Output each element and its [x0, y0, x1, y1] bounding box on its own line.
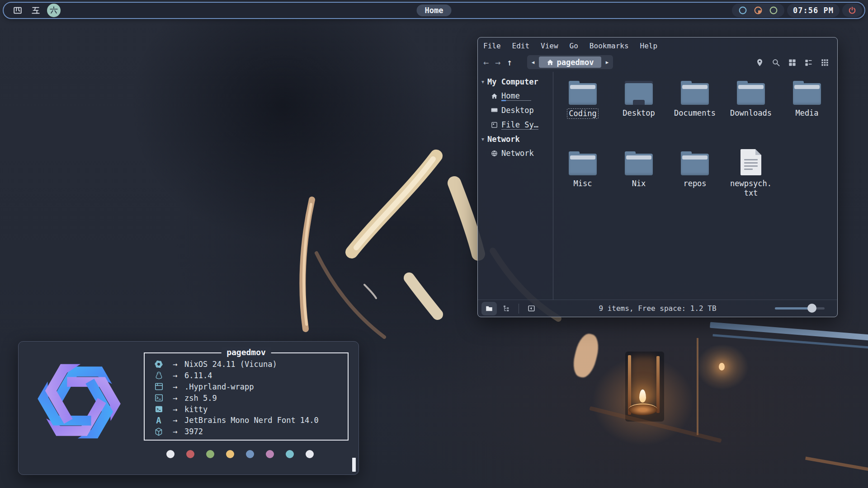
hanzi-four-icon — [13, 5, 23, 15]
arrow: → — [165, 360, 184, 369]
sidebar-section-network[interactable]: ▾ Network — [478, 132, 553, 146]
menu-go[interactable]: Go — [570, 42, 578, 50]
shell-value: zsh 5.9 — [184, 394, 217, 403]
power-button[interactable] — [842, 4, 862, 17]
file-label: Media — [795, 108, 818, 118]
location-pin-icon[interactable] — [755, 58, 764, 67]
fastfetch-title: pagedmov — [221, 347, 271, 357]
list-view-icon[interactable] — [804, 58, 813, 67]
sidebar-item-desktop[interactable]: Desktop — [478, 103, 553, 117]
package-icon — [155, 427, 163, 436]
hanzi-six-icon — [49, 5, 59, 15]
folder-icon — [737, 81, 765, 105]
sidebar-item-home[interactable]: Home — [478, 89, 553, 103]
status-bar: 9 items, Free space: 1.2 TB — [478, 300, 837, 317]
file-item-nix[interactable]: Nix — [611, 151, 667, 188]
sidebar-item-label: File Sy… — [501, 120, 538, 130]
lantern-post — [656, 356, 660, 413]
zoom-slider-knob[interactable] — [807, 304, 816, 313]
path-segment-label: pagedmov — [557, 58, 594, 67]
home-icon — [547, 59, 554, 66]
file-label: Nix — [632, 179, 646, 188]
system-tray — [732, 4, 784, 17]
path-bar: ◂ pagedmov ▸ — [527, 55, 613, 69]
path-scroll-left[interactable]: ◂ — [527, 59, 539, 66]
fastfetch-info-box: pagedmov → NixOS 24.11 (Vicuna) → 6.11.4… — [144, 352, 349, 441]
file-item-desktop[interactable]: Desktop — [611, 81, 667, 118]
menu-bar: File Edit View Go Bookmarks Help — [478, 38, 837, 50]
green-ring-icon[interactable] — [769, 5, 778, 15]
side-panel-icon — [528, 305, 535, 312]
file-item-downloads[interactable]: Downloads — [723, 81, 779, 118]
fastfetch-row-kernel: → 6.11.4 — [152, 370, 348, 381]
compact-view-icon[interactable] — [821, 58, 829, 67]
section-label: My Computer — [487, 77, 538, 86]
path-segment-home[interactable]: pagedmov — [539, 56, 601, 68]
workspace-4[interactable] — [11, 4, 24, 17]
desktop-folder-icon — [625, 81, 653, 105]
folder-icon — [681, 151, 709, 175]
terminal-icon — [155, 406, 163, 413]
sidebar-item-label: Desktop — [501, 106, 534, 115]
palette-dot — [286, 450, 294, 458]
menu-edit[interactable]: Edit — [512, 42, 530, 50]
file-item-newpsych-txt[interactable]: newpsych.txt — [723, 149, 779, 198]
file-item-misc[interactable]: Misc — [555, 151, 611, 188]
forward-button[interactable]: → — [495, 57, 500, 68]
blue-ring-icon[interactable] — [738, 5, 748, 15]
back-button[interactable]: ← — [483, 57, 489, 68]
workspace-6-active[interactable] — [47, 4, 61, 17]
terminal-color-palette — [166, 450, 314, 458]
file-item-coding[interactable]: Coding — [555, 81, 611, 119]
sidebar-item-network[interactable]: Network — [478, 146, 553, 160]
sidebar: ▾ My Computer Home Desktop File Sy… ▾ — [478, 75, 553, 160]
sidebar-item-filesystem[interactable]: File Sy… — [478, 117, 553, 132]
workspace-5[interactable] — [29, 4, 42, 17]
palette-dot — [226, 450, 234, 458]
top-bar: Home 07:56 PM — [3, 2, 865, 19]
search-icon[interactable] — [772, 58, 780, 67]
hanzi-five-icon — [31, 5, 41, 15]
grid-view-icon[interactable] — [788, 58, 797, 67]
expander-icon[interactable]: ▾ — [481, 136, 484, 142]
tux-icon — [155, 371, 163, 380]
menu-view[interactable]: View — [541, 42, 558, 50]
folder-view-icon — [485, 305, 493, 313]
focused-window-title: Home — [417, 5, 452, 16]
window-body: ▾ My Computer Home Desktop File Sy… ▾ — [478, 72, 837, 300]
filesystem-icon — [491, 122, 498, 128]
file-label: Desktop — [623, 108, 655, 118]
palette-dot — [206, 450, 214, 458]
arrow: → — [165, 405, 184, 414]
menu-help[interactable]: Help — [640, 42, 658, 50]
file-item-repos[interactable]: repos — [667, 151, 723, 188]
file-item-media[interactable]: Media — [779, 81, 835, 118]
fastfetch-row-font: A → JetBrains Mono Nerd Font 14.0 — [152, 415, 348, 426]
expander-icon[interactable]: ▾ — [481, 79, 484, 85]
sidebar-section-my-computer[interactable]: ▾ My Computer — [478, 75, 553, 89]
wm-value: .Hyprland-wrapp — [184, 382, 254, 391]
fastfetch-row-wm: → .Hyprland-wrapp — [152, 381, 348, 393]
file-label: Coding — [567, 108, 598, 119]
side-panel-toggle-button[interactable] — [524, 302, 539, 315]
zoom-slider-fill — [775, 307, 812, 310]
candle-flame-2 — [719, 363, 725, 371]
up-button[interactable]: ↑ — [507, 57, 512, 68]
folder-icon — [625, 151, 653, 175]
path-scroll-right[interactable]: ▸ — [601, 59, 613, 66]
folder-view-button[interactable] — [481, 302, 497, 315]
toolbar: ← → ↑ ◂ pagedmov ▸ — [478, 53, 837, 72]
status-text: 9 items, Free space: 1.2 TB — [599, 304, 716, 313]
bar-right-modules: 07:56 PM — [732, 4, 864, 17]
file-label: Documents — [674, 108, 716, 118]
menu-file[interactable]: File — [483, 42, 501, 50]
tree-view-button[interactable] — [499, 302, 514, 315]
orange-pie-icon[interactable] — [753, 5, 763, 15]
fastfetch-row-shell: → zsh 5.9 — [152, 392, 348, 404]
menu-bookmarks[interactable]: Bookmarks — [590, 42, 629, 50]
zoom-slider[interactable] — [775, 307, 825, 310]
file-label: Downloads — [730, 108, 772, 118]
palette-dot — [186, 450, 194, 458]
clock[interactable]: 07:56 PM — [787, 4, 840, 17]
file-item-documents[interactable]: Documents — [667, 81, 723, 118]
